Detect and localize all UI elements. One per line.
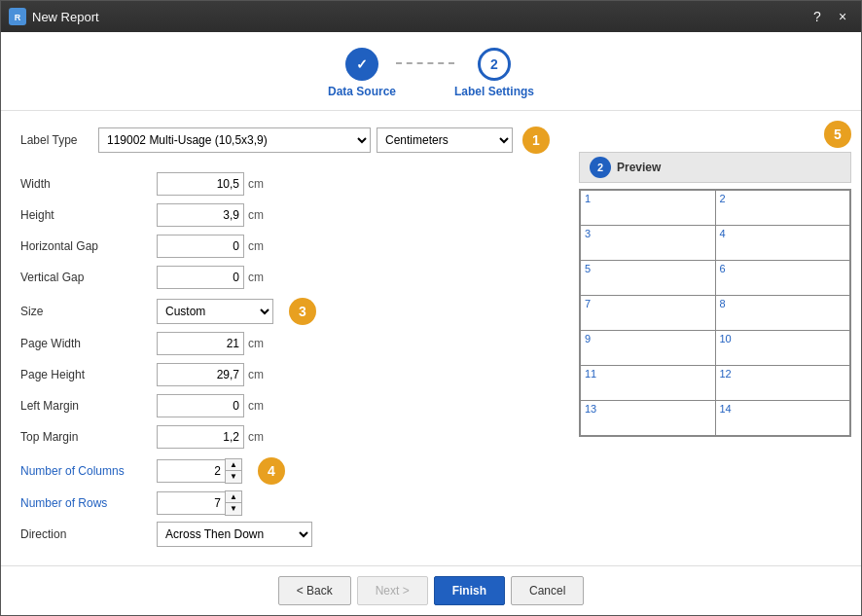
preview-cell: 6 [715,261,850,296]
height-unit: cm [248,208,264,222]
next-button: Next > [357,576,428,605]
page-height-label: Page Height [20,368,157,381]
width-row: Width cm [20,171,550,197]
right-panel: 5 2 Preview 1234567891011121314 [569,111,861,565]
preview-cell: 14 [715,401,850,436]
width-input[interactable] [157,172,244,196]
num-rows-input[interactable] [157,491,225,515]
step-1: ✓ Data Source [328,48,396,98]
top-margin-unit: cm [248,430,264,444]
preview-cell: 5 [581,261,716,296]
left-panel: Label Type 119002 Multi-Usage (10,5x3,9)… [1,111,569,565]
window-controls: ? × [807,6,853,27]
num-rows-up-arrow[interactable]: ▲ [226,491,241,503]
vgap-unit: cm [248,271,264,284]
badge-5-container: 5 [579,121,851,148]
size-row: Size Custom A4 Letter 3 [20,298,550,325]
preview-table: 1234567891011121314 [580,190,850,436]
new-report-window: R New Report ? × ✓ Data Source 2 Label S… [0,0,862,616]
height-input[interactable] [157,203,244,227]
vgap-row: Vertical Gap cm [20,265,550,290]
direction-label: Direction [20,527,157,541]
step-1-label: Data Source [328,85,396,98]
preview-cell: 1 [581,191,716,226]
step-1-check-icon: ✓ [356,56,368,72]
bottom-bar: < Back Next > Finish Cancel [1,565,861,615]
help-button[interactable]: ? [807,6,828,27]
direction-select[interactable]: Across Then Down Down Then Across [157,522,312,547]
label-type-select[interactable]: 119002 Multi-Usage (10,5x3,9) [98,127,371,153]
preview-cell: 7 [581,296,716,331]
label-type-row: Label Type 119002 Multi-Usage (10,5x3,9)… [20,121,550,160]
left-margin-label: Left Margin [20,399,157,413]
preview-cell: 9 [581,331,716,366]
preview-cell: 3 [581,226,716,261]
page-width-unit: cm [248,337,264,350]
wizard-steps: ✓ Data Source 2 Label Settings [1,32,861,111]
vgap-label: Vertical Gap [20,271,157,284]
preview-cell: 11 [581,366,716,401]
vgap-input[interactable] [157,266,244,289]
step-1-circle: ✓ [345,48,378,81]
num-columns-row: Number of Columns ▲ ▼ 4 [20,457,550,485]
back-button[interactable]: < Back [278,576,351,605]
close-button[interactable]: × [832,6,853,27]
badge-1: 1 [522,127,550,154]
preview-header: 2 Preview [579,152,851,183]
step-2-number: 2 [490,56,498,72]
title-bar: R New Report ? × [1,1,861,32]
num-rows-arrows: ▲ ▼ [225,490,242,516]
num-columns-label: Number of Columns [20,464,157,478]
step-2: 2 Label Settings [454,48,534,98]
top-margin-input[interactable] [157,425,244,449]
num-columns-arrows: ▲ ▼ [225,458,242,484]
hgap-unit: cm [248,239,264,253]
num-columns-input[interactable] [157,459,225,483]
page-width-input[interactable] [157,332,244,355]
height-row: Height cm [20,202,550,228]
cancel-button[interactable]: Cancel [511,576,584,605]
num-rows-label: Number of Rows [20,496,157,510]
page-height-input[interactable] [157,363,244,386]
top-margin-row: Top Margin cm [20,424,550,450]
preview-cell: 13 [581,401,716,436]
badge-5: 5 [824,121,851,148]
left-margin-row: Left Margin cm [20,393,550,418]
badge-4: 4 [258,457,285,485]
num-columns-spinner: ▲ ▼ [157,458,242,484]
preview-grid: 1234567891011121314 [579,189,851,437]
num-columns-down-arrow[interactable]: ▼ [226,471,241,483]
height-label: Height [20,208,157,222]
preview-cell: 12 [715,366,850,401]
left-margin-input[interactable] [157,394,244,417]
num-rows-row: Number of Rows ▲ ▼ [20,490,550,516]
svg-text:R: R [15,13,21,22]
label-type-label: Label Type [20,133,98,147]
hgap-row: Horizontal Gap cm [20,234,550,259]
preview-label: Preview [617,161,661,174]
num-rows-down-arrow[interactable]: ▼ [226,503,241,515]
step-2-label: Label Settings [454,85,534,98]
num-columns-up-arrow[interactable]: ▲ [226,459,241,471]
preview-cell: 4 [715,226,850,261]
width-unit: cm [248,177,264,191]
main-body: Label Type 119002 Multi-Usage (10,5x3,9)… [1,111,861,565]
preview-cell: 10 [715,331,850,366]
direction-row: Direction Across Then Down Down Then Acr… [20,522,550,547]
preview-badge-2: 2 [590,157,611,178]
step-connector [396,62,454,64]
window-title: New Report [32,10,807,24]
page-height-row: Page Height cm [20,362,550,387]
badge-3: 3 [289,298,316,325]
size-label: Size [20,305,157,318]
num-rows-spinner: ▲ ▼ [157,490,242,516]
units-select[interactable]: Centimeters Inches Millimeters [377,127,513,153]
preview-cell: 8 [715,296,850,331]
app-icon: R [9,8,26,25]
width-label: Width [20,177,157,191]
hgap-input[interactable] [157,235,244,258]
top-margin-label: Top Margin [20,430,157,444]
page-width-label: Page Width [20,337,157,350]
size-select[interactable]: Custom A4 Letter [157,299,273,324]
finish-button[interactable]: Finish [434,576,505,605]
